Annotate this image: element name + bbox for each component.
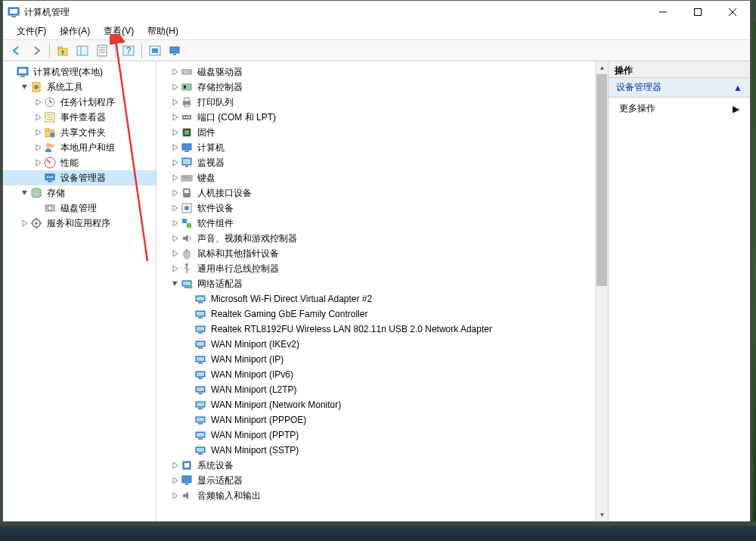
expander-closed-icon[interactable]	[170, 263, 181, 274]
tree-node[interactable]: 音频输入和输出	[156, 488, 608, 503]
expander-closed-icon[interactable]	[20, 218, 30, 229]
tree-node[interactable]: 服务和应用程序	[3, 216, 156, 231]
expander-closed-icon[interactable]	[170, 127, 181, 138]
maximize-button[interactable]	[680, 1, 715, 23]
up-button[interactable]	[54, 42, 72, 60]
expander-closed-icon[interactable]	[170, 203, 181, 213]
tree-node[interactable]: Microsoft Wi-Fi Direct Virtual Adapter #…	[156, 291, 608, 306]
expander-closed-icon[interactable]	[170, 460, 181, 471]
properties-button[interactable]	[93, 42, 111, 60]
help-button[interactable]: ?	[119, 42, 138, 60]
nav-back-button[interactable]	[8, 42, 26, 60]
scroll-down-arrow[interactable]: ▼	[596, 508, 608, 521]
tree-node[interactable]: 存储	[3, 185, 156, 201]
navigation-tree[interactable]: 计算机管理(本地)系统工具任务计划程序事件查看器共享文件夹本地用户和组性能设备管…	[3, 61, 156, 521]
tree-node[interactable]: 系统工具	[3, 79, 156, 95]
titlebar[interactable]: 计算机管理	[3, 1, 750, 23]
expander-closed-icon[interactable]	[170, 82, 181, 92]
expander-closed-icon[interactable]	[170, 218, 181, 229]
nav-forward-button[interactable]	[27, 42, 45, 60]
show-hide-tree-button[interactable]	[73, 42, 91, 60]
svg-point-47	[48, 206, 52, 210]
more-actions[interactable]: 更多操作 ▶	[609, 98, 750, 120]
tree-node[interactable]: 网络适配器	[156, 276, 608, 291]
tree-node[interactable]: 设备管理器	[3, 170, 156, 185]
expander-closed-icon[interactable]	[170, 157, 181, 168]
tree-node[interactable]: 事件查看器	[3, 110, 156, 125]
expander-closed-icon[interactable]	[170, 97, 181, 107]
scroll-thumb[interactable]	[596, 74, 607, 286]
expander-closed-icon[interactable]	[170, 112, 181, 123]
expander-closed-icon[interactable]	[170, 248, 181, 259]
taskbar[interactable]	[0, 526, 756, 541]
tree-node[interactable]: WAN Miniport (Network Monitor)	[156, 397, 608, 412]
tree-node[interactable]: WAN Miniport (IKEv2)	[156, 337, 608, 352]
tree-node[interactable]: 软件设备	[156, 201, 608, 216]
tree-node[interactable]: 鼠标和其他指针设备	[156, 246, 608, 261]
tree-node-label: 人机接口设备	[196, 186, 253, 201]
tree-node[interactable]: 键盘	[156, 170, 608, 185]
tree-node[interactable]: WAN Miniport (L2TP)	[156, 382, 608, 397]
svg-rect-19	[170, 47, 179, 53]
tree-node[interactable]: 系统设备	[156, 458, 608, 473]
expander-closed-icon[interactable]	[33, 142, 44, 153]
collapse-icon[interactable]: ▲	[733, 82, 742, 93]
minimize-button[interactable]	[646, 1, 680, 23]
expander-closed-icon[interactable]	[170, 142, 181, 153]
tree-node[interactable]: 存储控制器	[156, 79, 608, 95]
tree-node[interactable]: 监视器	[156, 155, 608, 170]
expander-closed-icon[interactable]	[170, 67, 181, 77]
tree-node[interactable]: WAN Miniport (IP)	[156, 352, 608, 367]
tree-node[interactable]: 任务计划程序	[3, 95, 156, 110]
monitor-button[interactable]	[166, 42, 184, 60]
tree-node[interactable]: Realtek RTL8192FU Wireless LAN 802.11n U…	[156, 322, 608, 337]
menu-view[interactable]: 查看(V)	[98, 23, 140, 39]
svg-point-49	[35, 222, 38, 225]
tree-node[interactable]: WAN Miniport (IPv6)	[156, 367, 608, 382]
expander-closed-icon[interactable]	[33, 97, 44, 107]
tree-node[interactable]: 磁盘驱动器	[156, 64, 608, 79]
tree-node[interactable]: 通用串行总线控制器	[156, 261, 608, 276]
tree-node[interactable]: 磁盘管理	[3, 201, 156, 216]
actions-section[interactable]: 设备管理器 ▲	[609, 78, 750, 98]
expander-closed-icon[interactable]	[170, 173, 181, 183]
menu-help[interactable]: 帮助(H)	[141, 23, 184, 39]
expander-open-icon[interactable]	[170, 278, 181, 289]
tree-node[interactable]: 端口 (COM 和 LPT)	[156, 110, 608, 125]
expander-closed-icon[interactable]	[33, 127, 44, 138]
tree-node[interactable]: WAN Miniport (PPTP)	[156, 428, 608, 443]
expander-closed-icon[interactable]	[170, 188, 181, 198]
scan-hardware-button[interactable]	[146, 42, 164, 60]
tree-node[interactable]: 本地用户和组	[3, 140, 156, 155]
tree-node[interactable]: 性能	[3, 155, 156, 170]
expander-open-icon[interactable]	[20, 82, 30, 92]
expander-closed-icon[interactable]	[170, 490, 181, 501]
tree-node[interactable]: 打印队列	[156, 95, 608, 110]
svg-rect-107	[197, 372, 204, 376]
tree-node[interactable]: 声音、视频和游戏控制器	[156, 231, 608, 246]
menu-file[interactable]: 文件(F)	[11, 23, 52, 39]
expander-closed-icon[interactable]	[170, 475, 181, 486]
close-button[interactable]	[715, 1, 750, 23]
tree-node[interactable]: 共享文件夹	[3, 125, 156, 140]
expander-closed-icon[interactable]	[33, 157, 44, 168]
scroll-up-arrow[interactable]: ▲	[596, 61, 608, 74]
tree-node[interactable]: WAN Miniport (PPPOE)	[156, 412, 608, 428]
netadapter-icon	[194, 353, 206, 365]
tree-node[interactable]: Realtek Gaming GbE Family Controller	[156, 306, 608, 322]
tree-node[interactable]: 人机接口设备	[156, 185, 608, 201]
tree-node[interactable]: 软件组件	[156, 216, 608, 231]
tree-node[interactable]: 计算机	[156, 140, 608, 155]
expander-open-icon[interactable]	[20, 188, 30, 198]
tree-node[interactable]: 固件	[156, 125, 608, 140]
device-tree-pane[interactable]: 磁盘驱动器存储控制器打印队列端口 (COM 和 LPT)固件计算机监视器键盘人机…	[156, 61, 608, 521]
svg-rect-99	[198, 332, 203, 334]
expander-closed-icon[interactable]	[33, 112, 44, 123]
netadapter-icon	[194, 323, 206, 335]
expander-closed-icon[interactable]	[170, 233, 181, 244]
menu-action[interactable]: 操作(A)	[54, 23, 96, 39]
tree-node[interactable]: 显示适配器	[156, 473, 608, 488]
tree-node[interactable]: 计算机管理(本地)	[3, 64, 156, 79]
vertical-scrollbar[interactable]: ▲ ▼	[595, 61, 608, 521]
tree-node[interactable]: WAN Miniport (SSTP)	[156, 443, 608, 458]
